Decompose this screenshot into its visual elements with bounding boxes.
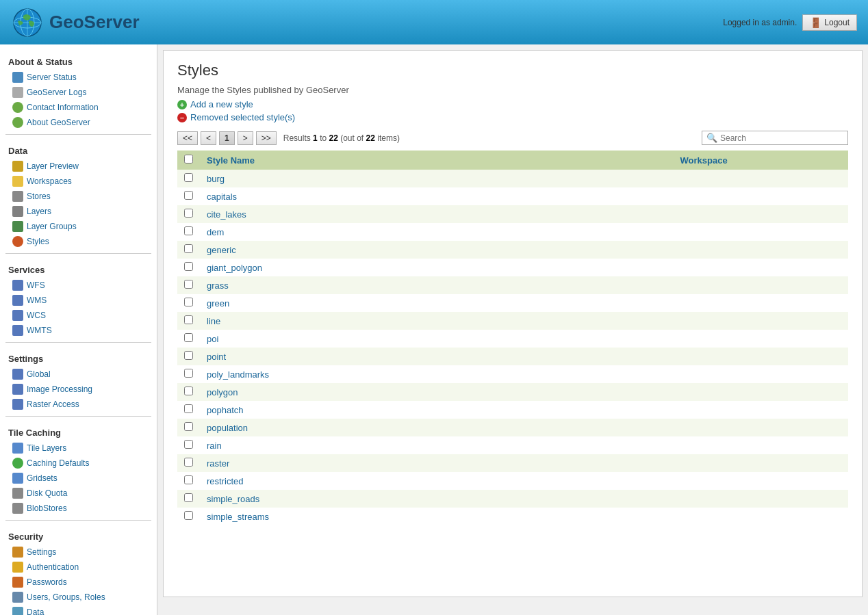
sidebar-item-layer-preview[interactable]: Layer Preview	[0, 159, 157, 174]
logo-text: GeoServer	[49, 12, 140, 33]
sidebar-item-label: Tile Layers	[27, 443, 66, 453]
table-row: simple_roads	[177, 490, 848, 508]
row-checkbox[interactable]	[184, 173, 193, 182]
style-name-link[interactable]: poi	[207, 334, 218, 344]
row-checkbox[interactable]	[184, 333, 193, 342]
sidebar-item-authentication[interactable]: Authentication	[0, 560, 157, 575]
sidebar-item-layers[interactable]: Layers	[0, 204, 157, 219]
style-name-link[interactable]: cite_lakes	[207, 209, 246, 220]
row-checkbox[interactable]	[184, 209, 193, 218]
sidebar-item-label: Layer Preview	[27, 161, 79, 171]
sidebar-item-gridsets[interactable]: Gridsets	[0, 471, 157, 486]
style-name-link[interactable]: line	[207, 316, 220, 326]
sidebar-item-blobstores[interactable]: BlobStores	[0, 501, 157, 516]
row-checkbox[interactable]	[184, 404, 193, 413]
sidebar-item-image-processing[interactable]: Image Processing	[0, 382, 157, 397]
sidebar-item-about-geoserver[interactable]: About GeoServer	[0, 115, 157, 130]
first-page-button[interactable]: <<	[177, 131, 198, 145]
sidebar-item-wmts[interactable]: WMTS	[0, 323, 157, 338]
row-checkbox[interactable]	[184, 475, 193, 484]
row-checkbox[interactable]	[184, 315, 193, 324]
sidebar-item-data[interactable]: Data	[0, 605, 157, 615]
row-checkbox[interactable]	[184, 369, 193, 378]
select-all-header	[177, 151, 200, 170]
sidebar-item-geoserver-logs[interactable]: GeoServer Logs	[0, 85, 157, 100]
remove-style-anchor[interactable]: Removed selected style(s)	[190, 112, 295, 122]
sidebar-item-layer-groups[interactable]: Layer Groups	[0, 219, 157, 234]
style-name-link[interactable]: point	[207, 352, 226, 362]
row-checkbox[interactable]	[184, 511, 193, 520]
col-header-workspace[interactable]: Workspace	[559, 151, 848, 170]
style-name-link[interactable]: polygon	[207, 387, 238, 397]
style-name-link[interactable]: poly_landmarks	[207, 369, 269, 380]
style-name-link[interactable]: rain	[207, 441, 222, 451]
sidebar-item-global[interactable]: Global	[0, 367, 157, 382]
sidebar-item-label: Users, Groups, Roles	[27, 592, 105, 602]
layer-icon	[12, 161, 23, 172]
row-checkbox[interactable]	[184, 493, 193, 502]
sidebar-item-stores[interactable]: Stores	[0, 189, 157, 204]
sidebar-item-users-groups-roles[interactable]: Users, Groups, Roles	[0, 590, 157, 605]
sidebar-item-styles[interactable]: Styles	[0, 234, 157, 249]
row-checkbox[interactable]	[184, 226, 193, 235]
table-row: point	[177, 348, 848, 365]
sidebar-item-disk-quota[interactable]: Disk Quota	[0, 486, 157, 501]
row-checkbox[interactable]	[184, 458, 193, 467]
style-name-link[interactable]: giant_polygon	[207, 263, 262, 273]
row-checkbox[interactable]	[184, 280, 193, 289]
prev-page-button[interactable]: <	[201, 131, 216, 145]
row-checkbox[interactable]	[184, 387, 193, 395]
add-style-link[interactable]: + Add a new style	[177, 99, 848, 109]
sidebar-item-caching-defaults[interactable]: Caching Defaults	[0, 456, 157, 471]
style-name-link[interactable]: grass	[207, 280, 229, 291]
sidebar-divider	[5, 416, 151, 417]
current-page-button[interactable]: 1	[219, 131, 235, 145]
sidebar-item-contact-information[interactable]: Contact Information	[0, 100, 157, 115]
row-checkbox[interactable]	[184, 298, 193, 306]
add-style-anchor[interactable]: Add a new style	[190, 99, 253, 109]
style-workspace	[559, 365, 848, 383]
style-name-link[interactable]: dem	[207, 227, 224, 237]
row-checkbox[interactable]	[184, 440, 193, 449]
row-checkbox[interactable]	[184, 422, 193, 431]
search-input[interactable]	[720, 133, 843, 143]
sidebar-item-wfs[interactable]: WFS	[0, 278, 157, 293]
sidebar-item-label: Styles	[27, 237, 49, 246]
style-name-link[interactable]: burg	[207, 174, 225, 184]
row-checkbox[interactable]	[184, 244, 193, 253]
row-checkbox[interactable]	[184, 262, 193, 271]
search-wrapper: 🔍	[702, 131, 848, 145]
style-workspace	[559, 241, 848, 259]
row-checkbox[interactable]	[184, 191, 193, 200]
col-header-style-name[interactable]: Style Name	[200, 151, 559, 170]
table-body: burgcapitalscite_lakesdemgenericgiant_po…	[177, 170, 848, 525]
sidebar-item-workspaces[interactable]: Workspaces	[0, 174, 157, 189]
select-all-checkbox[interactable]	[184, 155, 193, 163]
last-page-button[interactable]: >>	[256, 131, 277, 145]
style-name-link[interactable]: generic	[207, 245, 236, 255]
sidebar-item-passwords[interactable]: Passwords	[0, 575, 157, 590]
style-name-link[interactable]: simple_streams	[207, 512, 269, 522]
style-name-link[interactable]: raster	[207, 458, 229, 469]
style-name-link[interactable]: capitals	[207, 192, 237, 202]
sidebar-item-wcs[interactable]: WCS	[0, 308, 157, 323]
style-name-link[interactable]: green	[207, 298, 229, 309]
sidebar-item-wms[interactable]: WMS	[0, 293, 157, 308]
style-name-link[interactable]: simple_roads	[207, 494, 259, 504]
next-page-button[interactable]: >	[238, 131, 253, 145]
table-row: population	[177, 419, 848, 436]
row-checkbox[interactable]	[184, 351, 193, 360]
style-name-link[interactable]: population	[207, 423, 248, 433]
style-name-link[interactable]: pophatch	[207, 405, 244, 415]
remove-style-link[interactable]: – Removed selected style(s)	[177, 112, 848, 122]
sidebar-section-title-data: Data	[0, 139, 157, 159]
logout-button[interactable]: 🚪 Logout	[802, 14, 857, 31]
style-workspace	[559, 276, 848, 294]
sidebar-divider	[5, 342, 151, 343]
style-name-link[interactable]: restricted	[207, 476, 243, 486]
sidebar-item-server-status[interactable]: Server Status	[0, 70, 157, 85]
sidebar-item-tile-layers[interactable]: Tile Layers	[0, 441, 157, 456]
sidebar-item-settings[interactable]: Settings	[0, 545, 157, 560]
table-row: poi	[177, 330, 848, 348]
sidebar-item-raster-access[interactable]: Raster Access	[0, 397, 157, 412]
